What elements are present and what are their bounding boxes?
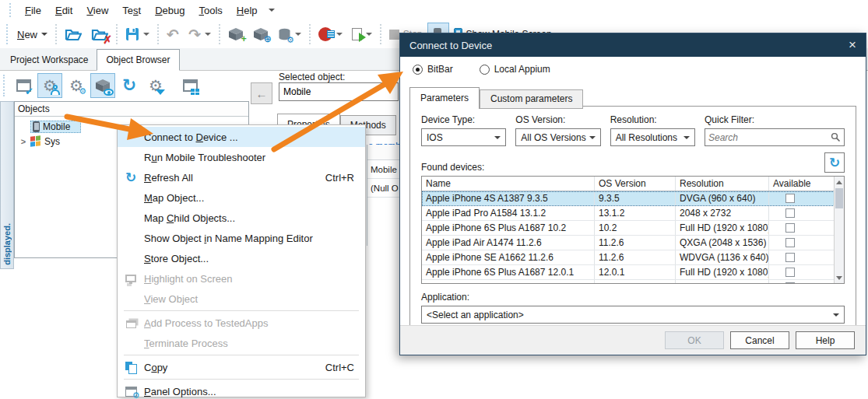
toolbar-separator <box>309 24 311 44</box>
application-combo[interactable]: <Select an application> <box>421 306 845 324</box>
run-test-button[interactable] <box>347 23 377 46</box>
menubar-overflow-chevron-icon[interactable] <box>269 9 275 12</box>
menu-item-show-object-in-name-mapping-editor[interactable]: Show Object in Name Mapping Editor <box>118 228 365 248</box>
column-header-os-version[interactable]: OS Version <box>595 177 676 191</box>
menu-item-terminate-process[interactable]: Terminate Process <box>118 333 365 353</box>
chevron-down-icon <box>295 33 301 36</box>
tree-expander-icon[interactable]: > <box>19 137 27 146</box>
cancel-button[interactable]: Cancel <box>730 331 789 349</box>
menu-item-refresh-all[interactable]: ↻ Refresh All Ctrl+R <box>118 167 365 187</box>
table-row[interactable]: Apple iPhone 4S A1387 9.3.5 9.3.5 DVGA (… <box>422 191 844 206</box>
menu-item-connect-to-device[interactable]: Connect to Device ... <box>118 127 365 147</box>
redo-button[interactable]: ↷ <box>184 23 216 46</box>
undo-button[interactable]: ↶ <box>162 23 184 46</box>
available-checkbox[interactable] <box>785 268 795 277</box>
column-header-name[interactable]: Name <box>422 177 595 191</box>
cell-available <box>769 206 821 220</box>
refresh-devices-button[interactable]: ↻ <box>824 152 845 173</box>
tab-project-workspace[interactable]: Project Workspace <box>2 50 97 70</box>
table-row[interactable]: Apple iPhone SE A1662 11.2.6 11.2.6 WDVG… <box>422 250 844 265</box>
ok-button[interactable]: OK <box>665 331 724 349</box>
table-row[interactable]: Apple iPad Air A1474 11.2.6 11.2.6 QXGA … <box>422 236 844 250</box>
view-object-button[interactable] <box>90 73 115 98</box>
scroll-up-icon[interactable] <box>835 177 844 187</box>
menu-item-store-object[interactable]: Store Object... <box>118 248 365 268</box>
tab-custom-parameters[interactable]: Custom parameters <box>480 89 583 109</box>
cell-resolution: Full HD (1920 x 1080) <box>676 265 769 279</box>
add-object-button[interactable]: + <box>223 23 248 46</box>
available-checkbox[interactable] <box>785 223 795 233</box>
device-type-combo[interactable]: IOS <box>421 128 506 146</box>
radio-bitbar[interactable]: BitBar <box>413 64 453 75</box>
table-row[interactable]: Apple iPad Pro A1584 13.1.2 13.1.2 2048 … <box>422 206 844 221</box>
found-devices-table: Name OS Version Resolution Available App… <box>421 176 845 284</box>
refresh-button[interactable]: ↻ <box>117 73 142 98</box>
scroll-down-icon[interactable] <box>835 272 844 283</box>
menu-test[interactable]: Test <box>116 2 147 19</box>
filter-settings-button[interactable]: ⚙ <box>143 73 168 98</box>
radio-local-appium[interactable]: Local Appium <box>480 64 550 75</box>
menu-tools[interactable]: Tools <box>193 2 229 19</box>
cell-name: Apple iPad Air A1474 11.2.6 <box>422 236 595 250</box>
menu-item-copy[interactable]: Copy Ctrl+C <box>118 357 365 377</box>
column-header-available[interactable]: Available <box>769 177 821 191</box>
scrollbar-thumb[interactable] <box>835 188 843 208</box>
device-type-label: Device Type: <box>421 114 506 125</box>
map-object-user-button[interactable]: ⚙ <box>37 73 62 98</box>
monitor-icon <box>125 275 136 282</box>
table-row-clipped[interactable]: Apple iPhone 6 Plus A1524 12.1 12.1 Full… <box>422 280 844 284</box>
menu-item-view-object[interactable]: View Object <box>118 289 365 309</box>
close-button[interactable]: × <box>839 33 866 57</box>
table-row[interactable]: Apple iPhone 6S Plus A1687 10.2 10.2 Ful… <box>422 221 844 236</box>
found-devices-label: Found devices: <box>421 162 484 173</box>
record-test-button[interactable] <box>314 23 347 46</box>
new-button[interactable]: New <box>12 23 52 46</box>
cell-name: Apple iPhone 6S Plus A1687 10.2 <box>422 221 595 235</box>
checklist-panel-button[interactable]: ✔ <box>11 73 36 98</box>
cell-os: 11.2.6 <box>595 236 676 250</box>
menu-item-map-object[interactable]: Map Object... <box>118 187 365 208</box>
dialog-titlebar[interactable]: Connect to Device × <box>400 33 866 57</box>
menu-item-run-mobile-troubleshooter[interactable]: Run Mobile Troubleshooter <box>118 147 365 167</box>
panel-layout-button[interactable] <box>177 73 202 98</box>
available-checkbox[interactable] <box>785 238 795 247</box>
selected-object-input[interactable] <box>279 82 399 101</box>
data-settings-button[interactable]: ⚙ <box>273 23 306 46</box>
resolution-combo[interactable]: All Resolutions <box>610 128 695 146</box>
cell-name: Apple iPhone 4S A1387 9.3.5 <box>422 191 595 205</box>
available-checkbox[interactable] <box>785 194 795 203</box>
table-scrollbar[interactable] <box>834 177 844 283</box>
os-version-value: All OS Versions <box>521 132 585 143</box>
menu-edit[interactable]: Edit <box>49 2 79 19</box>
menu-separator <box>124 310 359 311</box>
available-checkbox[interactable] <box>785 253 795 262</box>
tab-object-browser[interactable]: Object Browser <box>97 49 179 71</box>
menu-item-add-process-to-testedapps[interactable]: Add Process to TestedApps <box>118 313 365 333</box>
cell-os: 9.3.5 <box>595 191 676 205</box>
menu-view[interactable]: View <box>80 2 114 19</box>
object-spy-button[interactable]: ⊕ <box>248 23 273 46</box>
menu-file[interactable]: File <box>19 2 47 19</box>
menu-item-panel-options[interactable]: ⚙ Panel Options... <box>118 381 365 399</box>
settings-button[interactable]: ⚙ ⚙ <box>64 73 89 98</box>
save-button[interactable] <box>121 23 154 46</box>
menu-debug[interactable]: Debug <box>149 2 191 19</box>
open-project-button[interactable] <box>60 23 86 46</box>
table-row[interactable]: Apple iPhone 6S Plus A1687 12.0.1 12.0.1… <box>422 265 844 280</box>
help-button[interactable]: Help <box>796 331 855 349</box>
cell-os: 10.2 <box>595 221 676 235</box>
search-input[interactable] <box>708 132 831 143</box>
copy-icon <box>118 362 144 373</box>
available-checkbox[interactable] <box>785 282 795 284</box>
column-header-resolution[interactable]: Resolution <box>676 177 769 191</box>
tab-parameters[interactable]: Parameters <box>409 87 480 109</box>
menu-help[interactable]: Help <box>230 2 264 19</box>
os-version-combo[interactable]: All OS Versions <box>515 128 600 146</box>
docked-panel-tab[interactable]: displayed. <box>0 101 14 269</box>
close-project-button[interactable]: ✗ <box>86 23 113 46</box>
tree-item-mobile-selection[interactable]: Mobile <box>30 121 81 133</box>
menu-item-map-child-objects[interactable]: Map Child Objects... <box>118 208 365 228</box>
available-checkbox[interactable] <box>785 208 795 218</box>
back-button[interactable]: ← <box>251 82 272 104</box>
menu-item-highlight-on-screen[interactable]: Highlight on Screen <box>118 268 365 289</box>
